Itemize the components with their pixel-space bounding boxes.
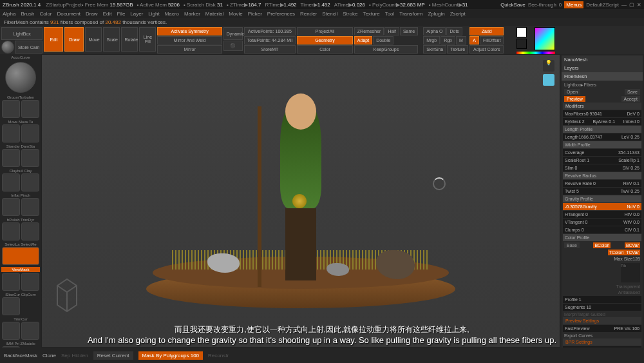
clumps-slider[interactable]: Clumps 0ClV 0.1 (563, 226, 641, 233)
bcvar-button[interactable]: BCVar (625, 242, 640, 248)
menu-stencil[interactable]: Stencil (322, 11, 337, 17)
save-button[interactable]: Save (625, 89, 640, 95)
backfacemask-button[interactable]: BackfaceMask (4, 353, 37, 358)
nanomesh-header[interactable]: NanoMesh (562, 55, 643, 64)
segments-slider[interactable]: Segments 10 (563, 304, 641, 311)
tool-viewmask[interactable] (2, 247, 39, 265)
color-profile-button[interactable]: Color Profile (563, 234, 641, 241)
zremesher-button[interactable]: ZRemesher (354, 27, 384, 35)
half-button[interactable]: Half (384, 27, 399, 35)
modifiers-header[interactable]: Modifiers (563, 103, 641, 110)
menu-light[interactable]: Light (148, 11, 159, 17)
bymask-slider[interactable]: ByMask 2 ByArea 0.1 Imbed 0 (563, 118, 641, 125)
seethrough-value[interactable]: 0 (559, 2, 562, 8)
menu-transform[interactable]: Transform (399, 11, 422, 17)
lightbox-button[interactable]: LightBox (1, 27, 43, 40)
transparent-toggle[interactable]: Transparent (616, 284, 640, 289)
alpha-o-button[interactable]: Alpha O (423, 27, 446, 35)
tcolori-button[interactable]: TColori (608, 250, 625, 255)
tool-groomturb[interactable]: GroomTurbulen (1, 95, 40, 99)
menus-button[interactable]: Menus (564, 1, 583, 8)
menu-layer[interactable]: Layer (130, 11, 143, 17)
twist-slider[interactable]: Twist 5TwV 0.25 (563, 188, 641, 195)
adapt-button[interactable]: Adapt (354, 36, 372, 44)
canvas-3d[interactable] (42, 55, 560, 347)
menu-marker[interactable]: Marker (184, 11, 200, 17)
bpr-settings-header[interactable]: BPR Settings (563, 338, 641, 346)
menu-brush[interactable]: Brush (21, 11, 34, 17)
menu-alpha[interactable]: Alpha (3, 11, 15, 17)
tcvar-button[interactable]: TCVar (625, 250, 640, 255)
menu-color[interactable]: Color (39, 11, 52, 17)
m-button[interactable]: M (456, 36, 466, 44)
clone-button[interactable]: Clone (43, 353, 56, 358)
maximize-icon[interactable]: ▢ (629, 2, 634, 8)
maxfibers-slider[interactable]: MaxFibers 0.93041DeV 0 (563, 110, 641, 117)
color-gradient[interactable] (535, 27, 555, 50)
tool-pinch[interactable] (21, 173, 39, 191)
layers-header[interactable]: Layers (562, 64, 643, 72)
double-button[interactable]: Double (373, 36, 393, 44)
projectall-button[interactable]: ProjectAll (297, 27, 353, 35)
bcolori-button[interactable]: BColori (593, 242, 611, 248)
minimize-icon[interactable]: — (621, 2, 627, 8)
rootaniso-slider[interactable]: RootAniso 0TipAniso 75 (563, 346, 641, 348)
edit-button[interactable]: Edit (44, 27, 63, 52)
tool-clay[interactable] (21, 149, 39, 167)
menu-texture[interactable]: Texture (363, 11, 379, 17)
tool-moveto[interactable] (21, 100, 39, 118)
tool-trimcurve[interactable] (2, 297, 20, 315)
color-button[interactable]: Color (297, 45, 353, 54)
adjust-colors-button[interactable]: Adjust Colors (469, 45, 504, 54)
menu-zscript[interactable]: Zscript (450, 11, 466, 17)
accept-button[interactable]: Accept (621, 96, 640, 102)
rgb-button[interactable]: Rgb (440, 36, 455, 44)
color-swatch-light[interactable] (516, 27, 527, 37)
menu-document[interactable]: Document (57, 11, 80, 17)
menu-stroke[interactable]: Stroke (343, 11, 357, 17)
texture-button[interactable]: Texture (447, 45, 468, 54)
dynamic-button[interactable]: Dynamic (223, 27, 243, 40)
fibermesh-header[interactable]: FiberMesh (562, 72, 643, 81)
menu-file[interactable]: File (117, 11, 125, 17)
open-button[interactable]: Open (564, 89, 580, 95)
coverage-slider[interactable]: Coverage 354.11343 (563, 149, 641, 156)
tool-qsphere[interactable] (2, 346, 20, 348)
geometry-button[interactable]: Geometry (297, 36, 353, 44)
quicksave-button[interactable]: QuickSave (500, 2, 526, 8)
rotate-button[interactable]: Rotate (121, 27, 138, 52)
scaleroot-slider[interactable]: ScaleRoot 1ScaleTip 1 (563, 157, 641, 164)
menu-movie[interactable]: Movie (229, 11, 242, 17)
filloffset-button[interactable]: FillOffset (480, 36, 504, 44)
tool-move[interactable] (2, 100, 20, 118)
preview-settings-header[interactable]: Preview Settings (563, 317, 641, 324)
a-button[interactable]: A (469, 36, 479, 44)
viewport-floor-icon[interactable] (543, 74, 554, 86)
tool-hpolish[interactable] (2, 198, 20, 216)
tool-immpri[interactable] (2, 322, 20, 340)
menu-picker[interactable]: Picker (248, 11, 262, 17)
texture-thumb[interactable]: Fib (621, 263, 640, 282)
storecam-button[interactable]: Store Cam (15, 41, 43, 54)
color-swatch-dark[interactable] (516, 39, 527, 49)
color-picker[interactable] (516, 27, 555, 58)
zadd-button[interactable]: Zadd (469, 27, 504, 35)
viewport-light-icon[interactable]: 💡 (543, 60, 554, 72)
tool-selectlasso[interactable] (2, 222, 20, 240)
menu-tool[interactable]: Tool (385, 11, 395, 17)
mask-by-polygroups-slider[interactable]: Mask By Polygroups 100 (138, 351, 204, 360)
mirror-weld-button[interactable]: Mirror And Weld (157, 36, 222, 44)
reconstr-button[interactable]: Reconstr (208, 353, 229, 358)
activate-symmetry-button[interactable]: Activate Symmetry (157, 27, 222, 35)
revolve-rate-slider[interactable]: Revolve Rate 0ReV 0.1 (563, 180, 641, 187)
menu-render[interactable]: Render (300, 11, 317, 17)
tool-damstandard[interactable] (21, 124, 39, 142)
preview-button[interactable]: Preview (564, 96, 585, 102)
antialiased-toggle[interactable]: Antialiased (618, 290, 640, 295)
boolean-icon[interactable]: ⚫ (223, 41, 243, 51)
storemt-button[interactable]: StoreMT (244, 45, 296, 54)
menu-zplugin[interactable]: Zplugin (428, 11, 444, 17)
mirror-button[interactable]: Mirror (157, 45, 222, 54)
lightbox-fibers-button[interactable]: Lightbox▸Fibers (564, 83, 596, 88)
tool-slicecurve[interactable] (2, 273, 20, 291)
